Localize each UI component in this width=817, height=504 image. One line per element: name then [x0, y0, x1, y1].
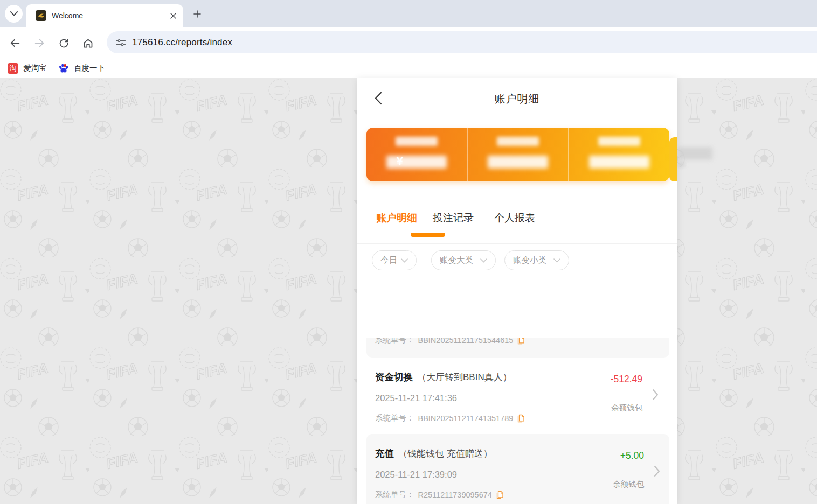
tab-close-icon[interactable] [168, 11, 178, 20]
row-datetime: 2025-11-21 17:41:36 [375, 393, 457, 403]
bookmark-label: 爱淘宝 [23, 63, 47, 73]
currency-symbol: ¥ [397, 155, 403, 167]
transaction-row-partial[interactable]: 系统单号： BBIN202511211751544615 [366, 338, 669, 358]
masked-label [396, 137, 438, 146]
order-label: 系统单号： [375, 338, 414, 345]
forward-button[interactable] [32, 36, 46, 50]
browser-tab[interactable]: Welcome [26, 4, 183, 27]
chevron-down-icon [480, 258, 487, 263]
order-number-line: 系统单号： BBIN202511211751544615 [375, 338, 524, 345]
bookmark-label: 百度一下 [74, 63, 105, 73]
copy-icon[interactable] [517, 414, 524, 423]
order-number: BBIN202511211751544615 [418, 338, 514, 345]
reload-button[interactable] [57, 36, 71, 50]
tab-search-button[interactable] [5, 5, 23, 23]
browser-tab-strip: Welcome [0, 0, 817, 27]
filter-date-dropdown[interactable]: 今日 [372, 250, 417, 270]
row-datetime: 2025-11-21 17:39:09 [375, 470, 457, 480]
wallet-label: 余额钱包 [613, 479, 644, 489]
order-number: BBIN202511211741351789 [418, 414, 514, 423]
next-card-peek[interactable] [669, 137, 677, 181]
order-number: R2511211739095674 [418, 491, 492, 499]
filter-bar: 今日 账变大类 账变小类 [357, 244, 677, 275]
masked-label [598, 137, 640, 146]
tab-bet-records[interactable]: 投注记录 [433, 211, 474, 225]
order-number-line: 系统单号： BBIN202511211741351789 [375, 413, 524, 423]
amount-positive: +5.00 [620, 450, 644, 461]
filter-major-type-dropdown[interactable]: 账变大类 [431, 250, 496, 270]
chevron-right-icon[interactable] [654, 465, 660, 479]
bookmark-aitaobao[interactable]: 淘 爱淘宝 [8, 61, 47, 75]
row-title: 资金切换（大厅转到BBIN真人） [375, 370, 512, 383]
active-tab-underline [411, 233, 445, 237]
copy-icon[interactable] [496, 491, 503, 499]
browser-toolbar: 175616.cc/reports/index [0, 27, 817, 58]
section-tabs: 账户明细 投注记录 个人报表 [357, 196, 677, 244]
transaction-row[interactable]: 资金切换（大厅转到BBIN真人） 2025-11-21 17:41:36 系统单… [357, 358, 677, 434]
filter-label: 今日 [380, 255, 397, 266]
url-bar[interactable]: 175616.cc/reports/index [107, 31, 817, 53]
back-button[interactable] [8, 36, 22, 50]
transaction-list[interactable]: 系统单号： BBIN202511211751544615 资金切换（大厅转到BB… [357, 338, 677, 504]
chevron-down-icon [553, 258, 560, 263]
order-number-line: 系统单号： R2511211739095674 [375, 489, 503, 500]
order-label: 系统单号： [375, 413, 414, 423]
home-button[interactable] [81, 36, 95, 50]
chevron-down-icon [401, 258, 408, 263]
page-title: 账户明细 [357, 92, 677, 106]
filter-label: 账变小类 [513, 255, 546, 266]
panel-header: 账户明细 [357, 78, 677, 117]
taobao-icon: 淘 [8, 63, 18, 74]
tab-title: Welcome [52, 11, 168, 20]
transaction-row[interactable]: 充值（钱能钱包 充值赠送） 2025-11-21 17:39:09 系统单号： … [366, 434, 669, 504]
bookmark-baidu[interactable]: 百度一下 [58, 61, 105, 75]
row-subtitle: （大厅转到BBIN真人） [417, 372, 512, 382]
summary-col-3 [568, 128, 669, 181]
masked-label [497, 137, 539, 146]
chevron-right-icon[interactable] [652, 389, 659, 403]
blurred-artifact [678, 147, 712, 160]
url-text[interactable]: 175616.cc/reports/index [132, 37, 232, 48]
page-viewport: FIFA 账户明细 ¥ [0, 78, 817, 504]
row-type: 充值 [375, 448, 394, 459]
new-tab-button[interactable] [190, 6, 205, 22]
summary-col-2 [467, 128, 569, 181]
masked-amount [386, 156, 447, 169]
summary-card-zone: ¥ [357, 117, 677, 196]
row-subtitle: （钱能钱包 充值赠送） [398, 449, 493, 459]
amount-negative: -512.49 [611, 374, 642, 385]
chevron-down-icon [10, 11, 18, 16]
masked-amount [488, 156, 548, 169]
filter-minor-type-dropdown[interactable]: 账变小类 [504, 250, 569, 270]
bookmarks-bar: 淘 爱淘宝 百度一下 [0, 58, 817, 78]
blurred-artifact [678, 162, 685, 167]
site-info-icon[interactable] [114, 36, 128, 50]
summary-card[interactable]: ¥ [366, 128, 669, 181]
tab-account-detail[interactable]: 账户明细 [376, 211, 417, 225]
baidu-paw-icon [58, 63, 69, 74]
tab-personal-report[interactable]: 个人报表 [494, 211, 535, 225]
order-label: 系统单号： [375, 489, 414, 500]
row-title: 充值（钱能钱包 充值赠送） [375, 447, 493, 460]
filter-label: 账变大类 [440, 255, 473, 266]
row-type: 资金切换 [375, 372, 413, 382]
masked-amount [589, 156, 649, 169]
wallet-label: 余额钱包 [611, 403, 642, 413]
copy-icon[interactable] [517, 338, 524, 345]
account-detail-panel: 账户明细 ¥ 账户明细 投注记 [357, 78, 677, 504]
summary-col-1: ¥ [366, 128, 467, 181]
site-favicon [36, 10, 46, 21]
